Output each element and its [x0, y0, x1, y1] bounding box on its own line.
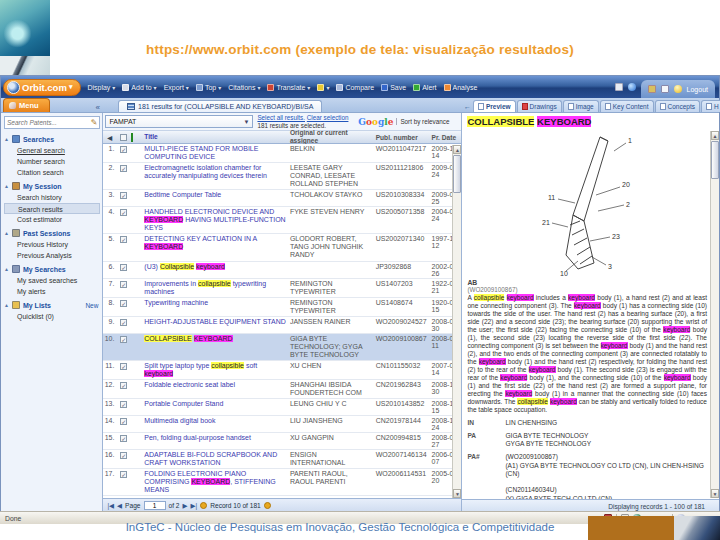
sidebar-item-previous-history[interactable]: Previous History [4, 239, 100, 250]
table-row[interactable]: 9.✓HEIGHT-ADJUSTABLE EQUIPMENT STANDJANS… [103, 317, 461, 334]
row-checkbox[interactable]: ✓ [120, 452, 127, 459]
column-assignee[interactable]: Original or current assignee [290, 129, 376, 144]
sidebar-section-my-session[interactable]: ▲My Session [4, 180, 100, 192]
table-row[interactable]: 5.✓DETECTING KEY ACTUATION IN A KEYBOARD… [103, 234, 461, 261]
sidebar-section-my-lists[interactable]: ▲My ListsNew [4, 299, 100, 311]
tab-concepts[interactable]: Concepts [655, 100, 700, 112]
help-icon[interactable] [628, 83, 636, 91]
row-checkbox[interactable]: ✓ [120, 165, 127, 172]
preview-scrollbar[interactable]: ▲ ▼ [710, 131, 719, 498]
table-row[interactable]: 3.✓Bedtime Computer TableTCHOLAKOV STAYK… [103, 190, 461, 207]
results-tab[interactable]: 181 results for (COLLAPSIBLE AND KEYBOAR… [118, 100, 322, 112]
row-checkbox[interactable]: ✓ [120, 281, 127, 288]
collapse-column-icon[interactable]: ◀ [103, 134, 116, 141]
table-row[interactable]: 1.✓MULTI-PIECE STAND FOR MOBILE COMPUTIN… [103, 144, 461, 163]
table-row[interactable]: 16.✓ADAPTABLE BI-FOLD SCRAPBOOK AND CRAF… [103, 450, 461, 469]
table-row[interactable]: 6.✓(U3) Collapsible keyboardJP3092868200… [103, 262, 461, 279]
notes-icon[interactable] [615, 83, 623, 91]
row-checkbox[interactable]: ✓ [120, 209, 127, 216]
scroll-up-icon[interactable]: ▲ [453, 145, 461, 154]
results-scrollbar[interactable]: ▲ ▼ [452, 145, 461, 498]
toolbar-button-analyse[interactable]: Analyse [444, 84, 478, 91]
toolbar-button-compare[interactable]: Compare [336, 84, 374, 91]
table-row[interactable]: 12.✓Foldable electronic seat labelSHANGH… [103, 380, 461, 399]
tab-preview[interactable]: Preview [473, 100, 516, 112]
select-all-checkbox[interactable] [120, 134, 127, 141]
scroll-thumb[interactable] [711, 141, 719, 179]
row-checkbox[interactable]: ✓ [120, 401, 127, 408]
row-checkbox[interactable]: ✓ [120, 236, 127, 243]
row-checkbox[interactable]: ✓ [120, 418, 127, 425]
table-row[interactable]: 11.✓Split type laptop type collapsible s… [103, 361, 461, 380]
result-title-link[interactable]: DETECTING KEY ACTUATION IN A KEYBOARD [144, 235, 290, 259]
sidebar-item-general-search[interactable]: General search [4, 145, 100, 156]
scroll-up-icon[interactable]: ▲ [711, 131, 719, 140]
tab-scroll-left-icon[interactable]: ← [463, 103, 472, 112]
table-row[interactable]: 4.✓HANDHELD ELECTRONIC DEVICE AND KEYBOA… [103, 207, 461, 234]
row-checkbox[interactable]: ✓ [120, 300, 127, 307]
table-row[interactable]: 13.✓Portable Computer StandLEUNG CHIU Y … [103, 399, 461, 416]
toolbar-button-display[interactable]: Display▾ [87, 84, 115, 91]
result-title-link[interactable]: HEIGHT-ADJUSTABLE EQUIPMENT STAND [144, 318, 290, 332]
prev-page-button[interactable]: ◀ [117, 502, 122, 510]
row-checkbox[interactable]: ✓ [120, 435, 127, 442]
sidebar-item-previous-analysis[interactable]: Previous Analysis [4, 250, 100, 261]
result-title-link[interactable]: Typewriting machine [144, 299, 290, 315]
sidebar-item-cost-estimator[interactable]: Cost estimator [4, 214, 100, 225]
table-row[interactable]: 8.✓Typewriting machineREMINGTON TYPEWRIT… [103, 298, 461, 317]
table-row[interactable]: 10.✓COLLAPSIBLE KEYBOARDGIGA BYTE TECHNO… [103, 334, 461, 361]
result-title-link[interactable]: FOLDING ELECTRONIC PIANO COMPRISING KEYB… [144, 470, 290, 494]
scroll-down-icon[interactable]: ▼ [453, 489, 461, 498]
table-row[interactable]: 7.✓Improvements in collapsible typewriti… [103, 279, 461, 298]
first-page-button[interactable]: |◀ [107, 502, 114, 510]
result-title-link[interactable]: Improvements in collapsible typewriting … [144, 280, 290, 296]
table-row[interactable]: 14.✓Multimedia digital bookLIU JIANSHENG… [103, 416, 461, 433]
result-title-link[interactable]: (U3) Collapsible keyboard [144, 263, 290, 277]
row-checkbox[interactable]: ✓ [120, 319, 127, 326]
result-title-link[interactable]: Pen, folding dual-purpose handset [144, 434, 290, 448]
sidebar-section-my-searches[interactable]: ▲My Searches [4, 263, 100, 275]
table-row[interactable]: 2.✓Electromagnetic isolation chamber for… [103, 163, 461, 190]
sidebar-item-quicklist-0-[interactable]: Quicklist (0) [4, 311, 100, 322]
toolbar-button-add-to[interactable]: Add to▾ [122, 84, 156, 91]
search-input[interactable] [7, 119, 91, 126]
collapse-sidebar-icon[interactable]: « [95, 103, 101, 112]
result-title-link[interactable]: Bedtime Computer Table [144, 191, 290, 205]
sidebar-item-search-history[interactable]: Search history [4, 192, 100, 203]
row-checkbox[interactable]: ✓ [120, 336, 127, 343]
next-page-button[interactable]: ▶ [183, 502, 188, 510]
row-checkbox[interactable]: ✓ [120, 192, 127, 199]
new-list-link[interactable]: New [85, 302, 100, 309]
row-checkbox[interactable]: ✓ [120, 382, 127, 389]
table-row[interactable]: 15.✓Pen, folding dual-purpose handsetXU … [103, 433, 461, 450]
toolbar-button-export[interactable]: Export▾ [164, 84, 189, 91]
toolbar-button-top[interactable]: Top▾ [196, 84, 221, 91]
page-input[interactable] [144, 501, 166, 510]
tab-key-content[interactable]: Key Content [600, 100, 654, 112]
column-publ-number[interactable]: Publ. number [376, 134, 432, 141]
result-title-link[interactable]: COLLAPSIBLE KEYBOARD [144, 335, 290, 359]
orbit-logo[interactable]: Orbit.com ▾ [3, 79, 81, 96]
sidebar-section-searches[interactable]: ▲Searches [4, 133, 100, 145]
unlock-icon[interactable] [200, 502, 207, 509]
toolbar-button-translate[interactable]: Translate▾ [267, 84, 310, 91]
sidebar-item-citation-search[interactable]: Citation search [4, 167, 100, 178]
database-select[interactable]: FAMPAT ▼ [105, 115, 253, 128]
clear-selection-link[interactable]: Clear selection [307, 114, 349, 121]
sidebar-item-my-alerts[interactable]: My alerts [4, 286, 100, 297]
table-row[interactable]: 17.✓FOLDING ELECTRONIC PIANO COMPRISING … [103, 469, 461, 496]
row-checkbox[interactable]: ✓ [120, 471, 127, 478]
tab-drawings[interactable]: Drawings [517, 100, 562, 112]
row-checkbox[interactable]: ✓ [120, 363, 127, 370]
column-pr-date[interactable]: Pr. Date [432, 134, 462, 141]
result-title-link[interactable]: Portable Computer Stand [144, 400, 290, 414]
tab-h[interactable]: H [701, 100, 720, 112]
sidebar-item-number-search[interactable]: Number search [4, 156, 100, 167]
scroll-down-icon[interactable]: ▼ [711, 489, 719, 498]
menu-tab[interactable]: Menu [3, 98, 50, 112]
sidebar-item-search-results[interactable]: Search results [4, 203, 100, 214]
tab-image[interactable]: Image [563, 100, 599, 112]
lock-icon[interactable] [264, 502, 271, 509]
key-icon[interactable] [648, 85, 656, 93]
result-title-link[interactable]: Electromagnetic isolation chamber for ac… [144, 164, 290, 188]
